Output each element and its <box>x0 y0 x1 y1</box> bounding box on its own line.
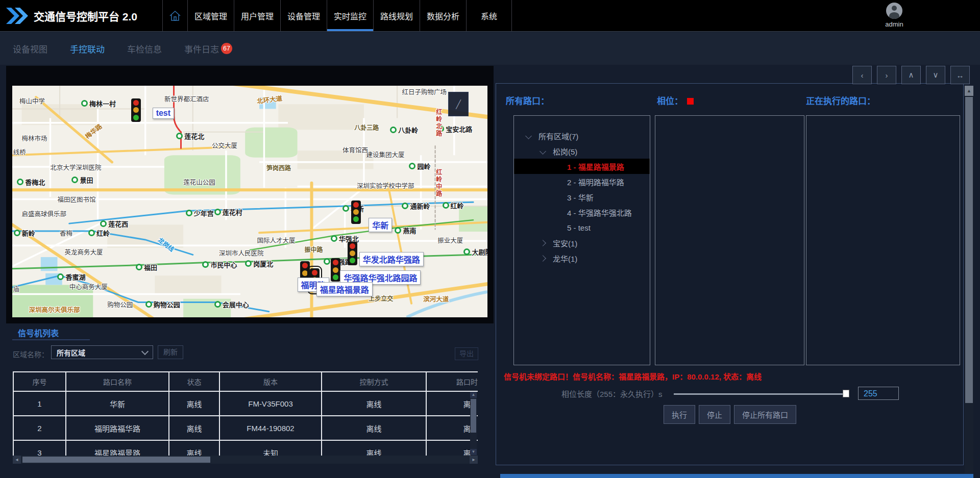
chevron-right-icon[interactable] <box>540 240 546 246</box>
stop-button[interactable]: 停止 <box>699 405 730 424</box>
subtab[interactable]: 车检信息 <box>127 42 162 55</box>
map-label: 莲花山公园 <box>183 177 215 187</box>
table-row[interactable]: 1华新离线FM-V35F003离线离 <box>13 391 478 416</box>
tree-node[interactable]: 2 - 福明路福华路 <box>514 174 650 189</box>
map-station-label: 八卦岭 <box>390 125 418 135</box>
nav-item[interactable]: 设备管理 <box>280 0 327 31</box>
tree-node-label: 2 - 福明路福华路 <box>567 177 624 187</box>
warning-message: 信号机未绑定路口！信号机名称：福星路福景路，IP：80.0.0.12, 状态：离… <box>504 371 762 382</box>
yellow-light <box>333 267 338 273</box>
map-label: 庙 <box>13 284 20 293</box>
map-station-label: 燕南 <box>395 225 416 235</box>
red-light <box>302 263 308 268</box>
nav-item[interactable]: 用户管理 <box>234 0 280 31</box>
chevron-down-icon[interactable] <box>525 133 532 139</box>
page-scrollbar[interactable]: ▲ <box>965 86 973 473</box>
region-select[interactable]: 所有区域 <box>51 345 153 359</box>
table-vertical-scrollbar[interactable]: ▲ ▼ <box>470 392 477 455</box>
nav-item[interactable]: 区域管理 <box>187 0 234 31</box>
nav-item[interactable]: 路线规划 <box>373 0 420 31</box>
user-menu[interactable]: admin <box>874 3 915 28</box>
slider-handle[interactable] <box>843 390 849 397</box>
map-label: 香梅 <box>60 228 72 238</box>
table-cell: 离线 <box>322 416 426 440</box>
map-signal-label[interactable]: 华发北路华强路 <box>359 252 424 266</box>
home-icon[interactable] <box>162 0 187 31</box>
nav-item[interactable]: 实时监控 <box>327 0 373 31</box>
refresh-button[interactable]: 刷新 <box>158 345 183 359</box>
pan-up-button[interactable]: ∧ <box>901 66 921 84</box>
pan-down-button[interactable]: ∨ <box>926 66 945 84</box>
chevron-down-icon[interactable] <box>540 148 546 155</box>
map-label: 公交大厦 <box>212 140 237 150</box>
traffic-light-marker[interactable] <box>331 258 340 282</box>
tree-node[interactable]: 5 - test <box>514 220 650 235</box>
hscroll-thumb[interactable] <box>22 457 210 463</box>
pan-right-button[interactable]: › <box>877 66 896 84</box>
table-vscroll-thumb[interactable] <box>471 399 476 433</box>
subtab[interactable]: 事件日志67 <box>184 42 232 55</box>
traffic-light-marker[interactable] <box>351 200 361 224</box>
tree-node[interactable]: 3 - 华新 <box>514 189 650 205</box>
station-name: 少年宫 <box>194 208 214 218</box>
tree-node[interactable]: 4 - 华强路华强北路 <box>514 205 650 220</box>
tree-node[interactable]: 宝安(1) <box>514 235 650 250</box>
scroll-down-icon[interactable]: ▼ <box>470 449 477 455</box>
phase-length-slider[interactable] <box>674 393 845 395</box>
pan-expand-button[interactable]: ↔ <box>950 66 970 84</box>
hscroll-track[interactable] <box>21 456 470 464</box>
tree-node[interactable]: 松岗(5) <box>514 143 650 159</box>
top-navbar: 交通信号控制平台 2.0 区域管理用户管理设备管理实时监控路线规划数据分析系统 … <box>0 0 980 32</box>
chevron-slot <box>541 149 553 154</box>
map-signal-label[interactable]: 华新 <box>369 218 392 232</box>
traffic-light-marker[interactable] <box>348 242 357 265</box>
station-name: 购物公园 <box>154 299 180 309</box>
table-horizontal-scrollbar[interactable]: ◂ ▸ <box>13 456 478 464</box>
map-canvas[interactable]: ╱ 梅山中学梅林一村新世界都汇酒店北环大道红日子购物广场梅林市场莲花北公交大厦八… <box>12 86 487 317</box>
scroll-up-icon[interactable]: ▲ <box>470 392 477 398</box>
map-draw-tool-icon[interactable]: ╱ <box>448 92 469 116</box>
map-station-label: 少年宫 <box>186 208 214 218</box>
nav-item[interactable]: 系统 <box>466 0 512 31</box>
map-label: 福田区图书馆 <box>57 194 95 204</box>
subtab[interactable]: 设备视图 <box>13 42 47 55</box>
scrollbar-up-icon[interactable]: ▲ <box>965 86 973 96</box>
tree-node[interactable]: 龙华(1) <box>514 250 650 266</box>
red-light <box>350 243 355 249</box>
map-station-label: 红岭 <box>443 200 464 210</box>
nav-item[interactable]: 数据分析 <box>420 0 466 31</box>
chevron-slot <box>526 134 538 138</box>
pan-left-button[interactable]: ‹ <box>852 66 872 84</box>
export-button[interactable]: 导出 <box>455 347 478 360</box>
metro-station-icon <box>443 202 449 209</box>
event-log-badge: 67 <box>221 43 232 54</box>
chevron-right-icon[interactable] <box>540 255 546 262</box>
map-signal-label[interactable]: 福星路福景路 <box>316 282 373 296</box>
map-station-label: 景田 <box>71 175 93 185</box>
green-light <box>350 258 355 263</box>
table-row[interactable]: 2福明路福华路离线FM44-190802离线离 <box>13 416 478 440</box>
subtab-bar: 设备视图手控联动车检信息事件日志67 <box>0 32 980 65</box>
table-row[interactable]: 3福星路福景路离线未知离线离 <box>13 440 478 456</box>
metro-station-icon <box>202 261 209 268</box>
subtab-label: 车检信息 <box>127 42 162 55</box>
stop-all-button[interactable]: 停止所有路口 <box>734 405 796 424</box>
execute-button[interactable]: 执行 <box>664 405 695 424</box>
red-light <box>353 202 359 208</box>
map-signal-label[interactable]: test <box>153 108 174 119</box>
tree-node-label: 1 - 福星路福景路 <box>567 161 624 172</box>
tree-node[interactable]: 所有区域(7) <box>514 128 650 143</box>
tree-node-label: 4 - 华强路华强北路 <box>567 207 632 218</box>
tree-node-label: 松岗(5) <box>553 146 577 157</box>
scrollbar-thumb[interactable] <box>965 97 973 403</box>
scroll-right-icon[interactable]: ▸ <box>470 456 478 464</box>
subtab[interactable]: 手控联动 <box>70 42 105 55</box>
yellow-light <box>302 270 308 276</box>
phase-list-box <box>655 115 804 365</box>
traffic-light-marker[interactable] <box>131 98 141 122</box>
phase-length-input[interactable]: 255 <box>858 387 899 400</box>
map-station-label: 莲花西 <box>100 219 128 229</box>
tree-node[interactable]: 1 - 福星路福景路 <box>514 159 650 174</box>
signal-list-tab[interactable]: 信号机列表 <box>18 326 59 339</box>
scroll-left-icon[interactable]: ◂ <box>13 456 21 464</box>
